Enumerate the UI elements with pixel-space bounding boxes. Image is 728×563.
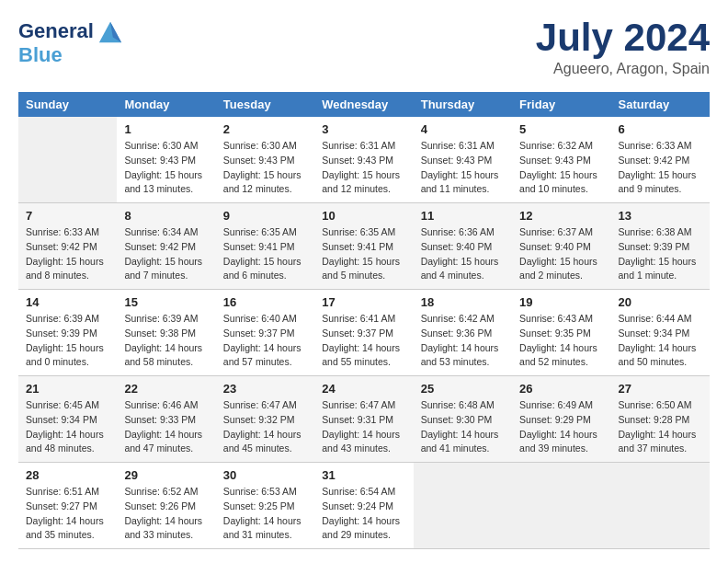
day-info: Sunrise: 6:43 AMSunset: 9:35 PMDaylight:… (519, 312, 603, 370)
day-info: Sunrise: 6:41 AMSunset: 9:37 PMDaylight:… (322, 312, 405, 370)
weekday-header-row: SundayMondayTuesdayWednesdayThursdayFrid… (18, 92, 710, 117)
calendar-cell: 27Sunrise: 6:50 AMSunset: 9:28 PMDayligh… (611, 376, 710, 463)
calendar-cell: 7Sunrise: 6:33 AMSunset: 9:42 PMDaylight… (18, 203, 117, 290)
day-info: Sunrise: 6:47 AMSunset: 9:31 PMDaylight:… (322, 398, 405, 456)
day-number: 25 (421, 382, 505, 396)
day-number: 18 (421, 295, 505, 309)
page-header: General Blue July 2024 Agueero, Aragon, … (18, 18, 710, 77)
calendar-cell: 14Sunrise: 6:39 AMSunset: 9:39 PMDayligh… (18, 290, 117, 376)
day-number: 15 (124, 295, 208, 309)
day-number: 29 (124, 468, 208, 482)
calendar-cell: 12Sunrise: 6:37 AMSunset: 9:40 PMDayligh… (512, 203, 610, 290)
calendar-cell: 17Sunrise: 6:41 AMSunset: 9:37 PMDayligh… (314, 290, 413, 376)
calendar-cell: 16Sunrise: 6:40 AMSunset: 9:37 PMDayligh… (216, 290, 314, 376)
calendar-cell: 13Sunrise: 6:38 AMSunset: 9:39 PMDayligh… (611, 203, 710, 290)
day-info: Sunrise: 6:40 AMSunset: 9:37 PMDaylight:… (223, 312, 307, 370)
day-number: 17 (322, 295, 405, 309)
calendar-cell: 5Sunrise: 6:32 AMSunset: 9:43 PMDaylight… (512, 117, 610, 203)
day-number: 6 (619, 122, 702, 136)
day-number: 1 (124, 122, 208, 136)
day-info: Sunrise: 6:44 AMSunset: 9:34 PMDaylight:… (619, 312, 702, 370)
day-number: 20 (619, 295, 702, 309)
day-number: 19 (519, 295, 603, 309)
weekday-header-saturday: Saturday (611, 92, 710, 117)
calendar-cell: 21Sunrise: 6:45 AMSunset: 9:34 PMDayligh… (18, 376, 117, 463)
weekday-header-tuesday: Tuesday (216, 92, 314, 117)
calendar-cell: 2Sunrise: 6:30 AMSunset: 9:43 PMDaylight… (216, 117, 314, 203)
logo-blue: Blue (18, 43, 63, 66)
calendar-cell: 4Sunrise: 6:31 AMSunset: 9:43 PMDaylight… (414, 117, 512, 203)
calendar-week-4: 21Sunrise: 6:45 AMSunset: 9:34 PMDayligh… (18, 376, 710, 463)
weekday-header-thursday: Thursday (414, 92, 512, 117)
location: Agueero, Aragon, Spain (536, 61, 710, 77)
day-number: 21 (26, 382, 109, 396)
day-info: Sunrise: 6:49 AMSunset: 9:29 PMDaylight:… (519, 398, 603, 456)
calendar-cell: 28Sunrise: 6:51 AMSunset: 9:27 PMDayligh… (18, 463, 117, 549)
day-info: Sunrise: 6:38 AMSunset: 9:39 PMDaylight:… (619, 225, 702, 283)
weekday-header-monday: Monday (117, 92, 215, 117)
calendar-cell: 1Sunrise: 6:30 AMSunset: 9:43 PMDaylight… (117, 117, 215, 203)
day-info: Sunrise: 6:42 AMSunset: 9:36 PMDaylight:… (421, 312, 505, 370)
calendar-week-5: 28Sunrise: 6:51 AMSunset: 9:27 PMDayligh… (18, 463, 710, 549)
calendar-cell: 23Sunrise: 6:47 AMSunset: 9:32 PMDayligh… (216, 376, 314, 463)
weekday-header-wednesday: Wednesday (314, 92, 413, 117)
day-number: 30 (223, 468, 307, 482)
calendar-cell: 29Sunrise: 6:52 AMSunset: 9:26 PMDayligh… (117, 463, 215, 549)
day-number: 2 (223, 122, 307, 136)
day-number: 31 (322, 468, 405, 482)
calendar-cell: 31Sunrise: 6:54 AMSunset: 9:24 PMDayligh… (314, 463, 413, 549)
weekday-header-friday: Friday (512, 92, 610, 117)
day-number: 7 (26, 209, 109, 223)
day-number: 13 (619, 209, 702, 223)
day-number: 27 (619, 382, 702, 396)
calendar-cell (611, 463, 710, 549)
calendar-cell: 9Sunrise: 6:35 AMSunset: 9:41 PMDaylight… (216, 203, 314, 290)
day-number: 22 (124, 382, 208, 396)
day-info: Sunrise: 6:33 AMSunset: 9:42 PMDaylight:… (26, 225, 109, 283)
calendar-week-1: 1Sunrise: 6:30 AMSunset: 9:43 PMDaylight… (18, 117, 710, 203)
day-info: Sunrise: 6:46 AMSunset: 9:33 PMDaylight:… (124, 398, 208, 456)
weekday-header-sunday: Sunday (18, 92, 117, 117)
day-number: 10 (322, 209, 405, 223)
calendar-cell: 8Sunrise: 6:34 AMSunset: 9:42 PMDaylight… (117, 203, 215, 290)
day-info: Sunrise: 6:52 AMSunset: 9:26 PMDaylight:… (124, 485, 208, 543)
calendar-cell: 24Sunrise: 6:47 AMSunset: 9:31 PMDayligh… (314, 376, 413, 463)
day-info: Sunrise: 6:37 AMSunset: 9:40 PMDaylight:… (519, 225, 603, 283)
day-info: Sunrise: 6:31 AMSunset: 9:43 PMDaylight:… (421, 139, 505, 197)
calendar-cell (512, 463, 610, 549)
day-number: 9 (223, 209, 307, 223)
day-info: Sunrise: 6:54 AMSunset: 9:24 PMDaylight:… (322, 485, 405, 543)
day-info: Sunrise: 6:30 AMSunset: 9:43 PMDaylight:… (223, 139, 307, 197)
day-info: Sunrise: 6:31 AMSunset: 9:43 PMDaylight:… (322, 139, 405, 197)
calendar-cell: 22Sunrise: 6:46 AMSunset: 9:33 PMDayligh… (117, 376, 215, 463)
day-info: Sunrise: 6:36 AMSunset: 9:40 PMDaylight:… (421, 225, 505, 283)
calendar-cell: 25Sunrise: 6:48 AMSunset: 9:30 PMDayligh… (414, 376, 512, 463)
day-number: 5 (519, 122, 603, 136)
day-number: 12 (519, 209, 603, 223)
day-number: 4 (421, 122, 505, 136)
calendar-cell: 20Sunrise: 6:44 AMSunset: 9:34 PMDayligh… (611, 290, 710, 376)
day-info: Sunrise: 6:47 AMSunset: 9:32 PMDaylight:… (223, 398, 307, 456)
logo: General Blue (18, 18, 123, 66)
day-info: Sunrise: 6:45 AMSunset: 9:34 PMDaylight:… (26, 398, 109, 456)
calendar-cell (414, 463, 512, 549)
calendar-cell: 10Sunrise: 6:35 AMSunset: 9:41 PMDayligh… (314, 203, 413, 290)
calendar-cell: 11Sunrise: 6:36 AMSunset: 9:40 PMDayligh… (414, 203, 512, 290)
day-info: Sunrise: 6:48 AMSunset: 9:30 PMDaylight:… (421, 398, 505, 456)
day-number: 24 (322, 382, 405, 396)
day-number: 8 (124, 209, 208, 223)
calendar-cell: 30Sunrise: 6:53 AMSunset: 9:25 PMDayligh… (216, 463, 314, 549)
day-info: Sunrise: 6:51 AMSunset: 9:27 PMDaylight:… (26, 485, 109, 543)
day-number: 26 (519, 382, 603, 396)
day-info: Sunrise: 6:35 AMSunset: 9:41 PMDaylight:… (223, 225, 307, 283)
day-number: 23 (223, 382, 307, 396)
month-title: July 2024 (536, 18, 710, 57)
day-info: Sunrise: 6:33 AMSunset: 9:42 PMDaylight:… (619, 139, 702, 197)
calendar-table: SundayMondayTuesdayWednesdayThursdayFrid… (18, 92, 710, 549)
calendar-cell: 18Sunrise: 6:42 AMSunset: 9:36 PMDayligh… (414, 290, 512, 376)
calendar-week-3: 14Sunrise: 6:39 AMSunset: 9:39 PMDayligh… (18, 290, 710, 376)
calendar-cell (18, 117, 117, 203)
day-number: 3 (322, 122, 405, 136)
title-section: July 2024 Agueero, Aragon, Spain (536, 18, 710, 77)
logo-icon (97, 18, 123, 44)
